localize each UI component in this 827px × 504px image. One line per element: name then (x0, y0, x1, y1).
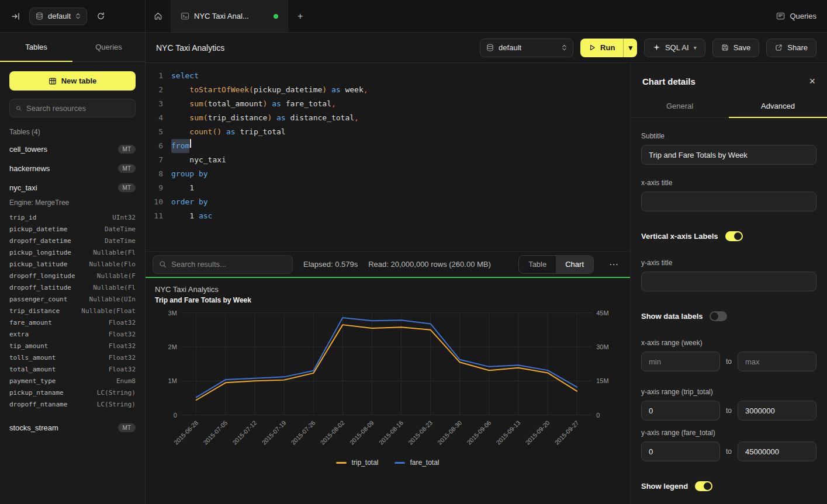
column-name: tip_amount (9, 342, 48, 350)
table-row[interactable]: nyc_taxiMT (9, 178, 136, 197)
sql-ai-button[interactable]: SQL AI ▾ (644, 39, 705, 57)
show-data-labels-toggle[interactable] (710, 311, 727, 321)
y-range-fare-min-input[interactable] (641, 442, 720, 461)
column-row[interactable]: payment_typeEnum8 (9, 375, 136, 387)
search-icon (159, 260, 167, 268)
save-button[interactable]: Save (712, 39, 760, 57)
code-token: , (331, 97, 336, 111)
view-toggle-table[interactable]: Table (519, 256, 556, 273)
tab-query-active[interactable]: NYC Taxi Anal... (171, 0, 288, 32)
column-row[interactable]: passenger_countNullable(UIn (9, 293, 136, 305)
plus-icon: + (297, 11, 303, 22)
column-row[interactable]: pickup_latitudeNullable(Flo (9, 258, 136, 270)
refresh-icon[interactable] (93, 9, 108, 24)
code-token: week (345, 83, 363, 97)
column-type: Nullable(Fl (93, 249, 136, 256)
column-row[interactable]: tip_amountFloat32 (9, 340, 136, 352)
more-options-icon[interactable]: ⋯ (604, 259, 623, 270)
column-row[interactable]: total_amountFloat32 (9, 363, 136, 375)
line-number: 7 (146, 153, 171, 167)
y-axis-right-tick: 0 (596, 412, 600, 419)
table-row[interactable]: hackernewsMT (9, 159, 136, 178)
sidebar-tab-tables[interactable]: Tables (0, 33, 72, 61)
sql-editor[interactable]: 1select2 toStartOfWeek(pickup_datetime) … (146, 63, 630, 251)
to-label: to (726, 406, 732, 415)
query-database-selector-inner: default (486, 43, 521, 52)
column-row[interactable]: pickup_ntanameLC(String) (9, 387, 136, 398)
code-token (341, 83, 345, 97)
column-type: LC(String) (97, 401, 136, 408)
new-table-button[interactable]: New table (9, 71, 136, 91)
column-type: UInt32 (112, 214, 136, 221)
column-row[interactable]: dropoff_latitudeNullable(Fl (9, 281, 136, 293)
column-row[interactable]: trip_distanceNullable(Float (9, 305, 136, 317)
sparkle-icon (653, 44, 660, 51)
resource-search[interactable] (9, 99, 136, 117)
vertical-x-labels-toggle[interactable] (725, 231, 743, 241)
new-tab-button[interactable]: + (288, 0, 312, 32)
table-row[interactable]: cell_towersMT (9, 140, 136, 159)
code-token (171, 153, 189, 167)
column-type: Float32 (109, 366, 136, 373)
column-row[interactable]: pickup_longitudeNullable(Fl (9, 246, 136, 258)
show-data-labels-row: Show data labels (641, 311, 816, 321)
legend-label: trip_total (351, 458, 378, 467)
legend-item-fare_total[interactable]: fare_total (395, 458, 439, 467)
column-row[interactable]: pickup_datetimeDateTime (9, 223, 136, 235)
column-row[interactable]: fare_amountFloat32 (9, 317, 136, 328)
x-range-min-input[interactable] (641, 352, 720, 371)
queries-button[interactable]: Queries (766, 0, 827, 32)
x-axis-tick: 2015-06-28 (173, 419, 200, 446)
column-type: Float32 (109, 331, 136, 338)
subtitle-field: Subtitle (641, 132, 816, 165)
y-axis-left-tick: 3M (168, 310, 177, 317)
code-token (327, 83, 331, 97)
column-row[interactable]: dropoff_longitudeNullable(F (9, 270, 136, 281)
code-token: ) (263, 97, 268, 111)
line-number: 5 (146, 125, 171, 139)
subtitle-input[interactable] (641, 145, 816, 165)
tab-general[interactable]: General (631, 95, 729, 117)
show-legend-toggle[interactable] (695, 481, 712, 491)
column-row[interactable]: dropoff_ntanameLC(String) (9, 398, 136, 410)
sidebar-tab-queries[interactable]: Queries (72, 33, 145, 61)
tab-advanced[interactable]: Advanced (729, 95, 827, 117)
view-toggle: Table Chart (518, 255, 594, 274)
y-axis-title-input[interactable] (641, 272, 816, 291)
show-legend-row: Show legend (641, 481, 816, 491)
run-button[interactable]: Run (580, 39, 623, 57)
column-row[interactable]: trip_idUInt32 (9, 211, 136, 223)
y-range-trip-min-input[interactable] (641, 401, 720, 420)
table-row[interactable]: stocks_streamMT (9, 418, 136, 437)
resource-search-input[interactable] (26, 104, 129, 113)
line-number: 9 (146, 181, 171, 195)
y-range-trip-max-input[interactable] (738, 401, 816, 420)
code-line: 8group by (146, 167, 630, 181)
collapse-sidebar-icon[interactable] (8, 9, 23, 24)
results-search[interactable] (153, 255, 293, 274)
close-icon[interactable]: × (809, 76, 815, 86)
legend-item-trip_total[interactable]: trip_total (336, 458, 378, 467)
column-type: Nullable(UIn (89, 296, 136, 303)
x-axis-tick: 2015-07-19 (261, 419, 288, 446)
table-name: stocks_stream (9, 423, 58, 432)
tab-home[interactable] (146, 0, 171, 32)
x-range-max-input[interactable] (738, 352, 816, 371)
x-range-label: x-axis range (week) (641, 339, 816, 347)
column-row[interactable]: tolls_amountFloat32 (9, 352, 136, 363)
code-token: distance_total (290, 111, 355, 125)
run-options-caret[interactable]: ▾ (623, 39, 637, 57)
x-axis-title-input[interactable] (641, 192, 816, 211)
chevron-down-icon: ▾ (694, 44, 697, 51)
view-toggle-chart[interactable]: Chart (556, 256, 593, 273)
share-button[interactable]: Share (766, 39, 816, 57)
results-search-input[interactable] (171, 260, 286, 269)
query-database-selector[interactable]: default (480, 39, 573, 57)
column-row[interactable]: extraFloat32 (9, 328, 136, 340)
column-row[interactable]: dropoff_datetimeDateTime (9, 235, 136, 246)
x-axis-tick: 2015-08-16 (378, 419, 404, 446)
database-selector[interactable]: default (29, 8, 87, 25)
x-axis-tick: 2015-09-06 (466, 419, 493, 446)
y-range-fare-max-input[interactable] (738, 442, 816, 461)
line-number: 1 (146, 69, 171, 83)
